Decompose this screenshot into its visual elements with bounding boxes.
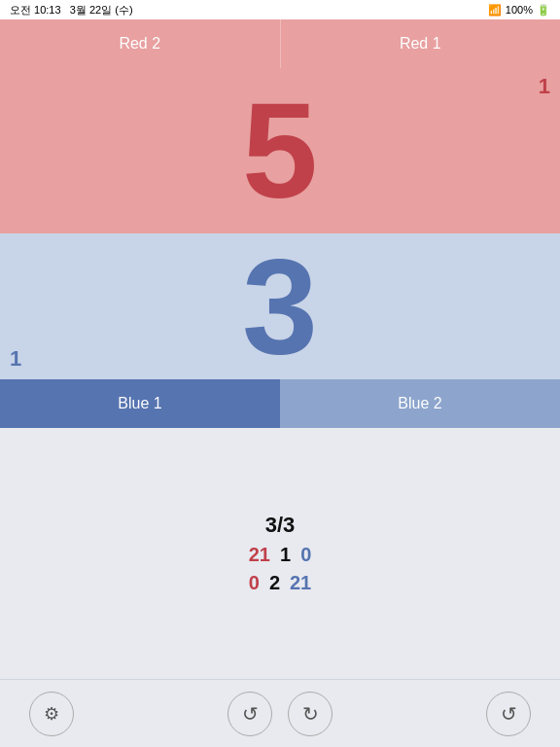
red-section[interactable]: Red 2 Red 1 5 1	[0, 19, 560, 233]
refresh-icon: ↺	[501, 702, 517, 726]
scoreboard-section: 3/3 21 1 0 0 2 21	[0, 428, 560, 679]
red-2-label[interactable]: Red 2	[0, 19, 280, 68]
status-icons: 📶 100% 🔋	[488, 4, 550, 17]
redo-icon: ↻	[302, 702, 319, 726]
row1-red: 21	[249, 544, 270, 566]
row2-blue: 21	[290, 572, 311, 594]
row2-red: 0	[249, 572, 260, 594]
score-row-1: 21 1 0	[249, 544, 312, 566]
undo-button[interactable]: ↺	[228, 692, 272, 736]
undo-icon: ↺	[242, 702, 259, 726]
red-main-score: 5	[242, 83, 318, 219]
row1-blue: 0	[300, 544, 311, 566]
refresh-button[interactable]: ↺	[486, 692, 531, 736]
blue-small-score: 1	[10, 346, 21, 372]
wifi-icon: 📶	[488, 4, 502, 17]
red-score-area[interactable]: 5 1	[0, 68, 560, 233]
blue-score-area[interactable]: 3 1	[0, 233, 560, 379]
status-bar: 오전 10:13 3월 22일 (수) 📶 100% 🔋	[0, 0, 560, 19]
toolbar-center: ↺ ↻	[228, 692, 332, 736]
row2-set: 2	[269, 572, 280, 594]
set-score: 3/3	[265, 513, 296, 538]
red-small-score: 1	[539, 74, 550, 99]
red-header: Red 2 Red 1	[0, 19, 560, 68]
settings-icon: ⚙	[44, 703, 59, 725]
toolbar: ⚙ ↺ ↻ ↺	[0, 679, 560, 747]
game-area: Red 2 Red 1 5 1 3 1 Blue 1 Blue 2 3/3 21…	[0, 19, 560, 679]
blue-2-label[interactable]: Blue 2	[280, 379, 560, 428]
settings-button[interactable]: ⚙	[29, 692, 74, 736]
redo-button[interactable]: ↻	[288, 692, 332, 736]
blue-main-score: 3	[242, 238, 318, 374]
status-time-date: 오전 10:13 3월 22일 (수)	[10, 3, 133, 18]
blue-header: Blue 1 Blue 2	[0, 379, 560, 428]
score-row-2: 0 2 21	[249, 572, 312, 594]
row1-set: 1	[280, 544, 291, 566]
battery-label: 100%	[506, 4, 533, 16]
blue-1-label[interactable]: Blue 1	[0, 379, 280, 428]
blue-section[interactable]: 3 1 Blue 1 Blue 2	[0, 233, 560, 428]
red-1-label[interactable]: Red 1	[280, 19, 561, 68]
battery-icon: 🔋	[537, 4, 550, 17]
